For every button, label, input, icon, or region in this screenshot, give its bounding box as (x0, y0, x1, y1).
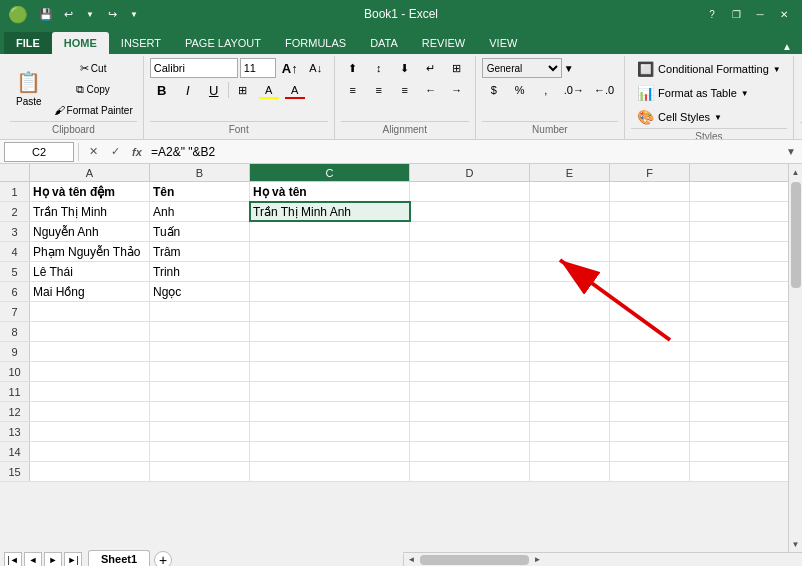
col-header-e[interactable]: E (530, 164, 610, 181)
align-top-button[interactable]: ⬆ (341, 58, 365, 78)
scroll-right-button[interactable]: ► (531, 554, 543, 566)
hscroll-thumb[interactable] (420, 555, 530, 565)
conditional-formatting-button[interactable]: 🔲 Conditional Formatting ▼ (631, 58, 787, 80)
cell[interactable] (410, 202, 530, 221)
cell[interactable] (410, 402, 530, 421)
font-color-button[interactable]: A (283, 80, 307, 100)
cell[interactable] (30, 402, 150, 421)
cell[interactable] (610, 442, 690, 461)
row-number[interactable]: 6 (0, 282, 30, 301)
cell[interactable] (530, 302, 610, 321)
row-number[interactable]: 10 (0, 362, 30, 381)
cell[interactable] (150, 382, 250, 401)
row-number[interactable]: 12 (0, 402, 30, 421)
save-button[interactable]: 💾 (36, 4, 56, 24)
cell[interactable] (250, 462, 410, 481)
cell[interactable] (150, 342, 250, 361)
row-number[interactable]: 14 (0, 442, 30, 461)
cell[interactable] (610, 242, 690, 261)
cell[interactable] (530, 422, 610, 441)
decimal-increase-button[interactable]: .0→ (560, 80, 588, 100)
cell[interactable]: Trần Thị Minh Anh (250, 202, 410, 221)
cell[interactable] (610, 282, 690, 301)
cell[interactable] (530, 342, 610, 361)
decimal-decrease-button[interactable]: ←.0 (590, 80, 618, 100)
cell[interactable]: Phạm Nguyễn Thảo (30, 242, 150, 261)
help-button[interactable]: ? (702, 4, 722, 24)
cell[interactable]: Lê Thái (30, 262, 150, 281)
cell[interactable] (30, 422, 150, 441)
cell[interactable] (410, 282, 530, 301)
align-right-button[interactable]: ≡ (393, 80, 417, 100)
cell[interactable] (30, 382, 150, 401)
row-number[interactable]: 8 (0, 322, 30, 341)
cell[interactable] (610, 402, 690, 421)
cell[interactable] (410, 182, 530, 201)
cell[interactable] (610, 342, 690, 361)
sheet-next-button[interactable]: ► (44, 552, 62, 567)
scroll-left-button[interactable]: ◄ (406, 554, 418, 566)
col-header-f[interactable]: F (610, 164, 690, 181)
cell[interactable]: Nguyễn Anh (30, 222, 150, 241)
sheet-tab-sheet1[interactable]: Sheet1 (88, 550, 150, 566)
redo-button[interactable]: ↪ (102, 4, 122, 24)
cell[interactable] (150, 462, 250, 481)
cell-reference-input[interactable] (4, 142, 74, 162)
cell[interactable] (250, 362, 410, 381)
cell[interactable] (30, 442, 150, 461)
font-size-up-button[interactable]: A↑ (278, 58, 302, 78)
cell[interactable]: Họ và tên đệm (30, 182, 150, 201)
ribbon-collapse-button[interactable]: ▲ (776, 39, 798, 54)
indent-decrease-button[interactable]: ← (419, 80, 443, 100)
cell[interactable] (530, 442, 610, 461)
percent-button[interactable]: % (508, 80, 532, 100)
fill-color-button[interactable]: A (257, 80, 281, 100)
merge-button[interactable]: ⊞ (445, 58, 469, 78)
cell[interactable]: Mai Hồng (30, 282, 150, 301)
sheet-first-button[interactable]: |◄ (4, 552, 22, 567)
cell[interactable] (410, 342, 530, 361)
format-as-table-button[interactable]: 📊 Format as Table ▼ (631, 82, 755, 104)
cell[interactable] (250, 402, 410, 421)
tab-data[interactable]: DATA (358, 32, 410, 54)
minimize-button[interactable]: ─ (750, 4, 770, 24)
tab-home[interactable]: HOME (52, 32, 109, 54)
insert-function-button[interactable]: fx (127, 142, 147, 162)
cell[interactable] (530, 462, 610, 481)
row-number[interactable]: 4 (0, 242, 30, 261)
align-left-button[interactable]: ≡ (341, 80, 365, 100)
row-number[interactable]: 15 (0, 462, 30, 481)
bold-button[interactable]: B (150, 80, 174, 100)
sheet-last-button[interactable]: ►| (64, 552, 82, 567)
formula-cancel-button[interactable]: ✕ (83, 142, 103, 162)
cell[interactable] (150, 362, 250, 381)
align-middle-button[interactable]: ↕ (367, 58, 391, 78)
cell[interactable] (250, 342, 410, 361)
cell[interactable] (610, 362, 690, 381)
row-number[interactable]: 9 (0, 342, 30, 361)
undo-dropdown[interactable]: ▼ (80, 4, 100, 24)
row-number[interactable]: 1 (0, 182, 30, 201)
row-number[interactable]: 2 (0, 202, 30, 221)
cell[interactable] (530, 262, 610, 281)
cell[interactable] (530, 182, 610, 201)
col-header-a[interactable]: A (30, 164, 150, 181)
cell[interactable] (610, 382, 690, 401)
add-sheet-button[interactable]: + (154, 551, 172, 567)
tab-formulas[interactable]: FORMULAS (273, 32, 358, 54)
close-button[interactable]: ✕ (774, 4, 794, 24)
cell[interactable] (530, 242, 610, 261)
align-center-button[interactable]: ≡ (367, 80, 391, 100)
horizontal-scrollbar[interactable]: ◄ ► (403, 554, 803, 566)
cell[interactable] (150, 442, 250, 461)
cell[interactable] (30, 462, 150, 481)
cell[interactable] (610, 322, 690, 341)
cell[interactable] (410, 222, 530, 241)
cell[interactable] (150, 402, 250, 421)
restore-button[interactable]: ❐ (726, 4, 746, 24)
tab-view[interactable]: VIEW (477, 32, 529, 54)
cell[interactable] (610, 262, 690, 281)
cell[interactable] (30, 362, 150, 381)
cell[interactable] (250, 282, 410, 301)
tab-insert[interactable]: INSERT (109, 32, 173, 54)
